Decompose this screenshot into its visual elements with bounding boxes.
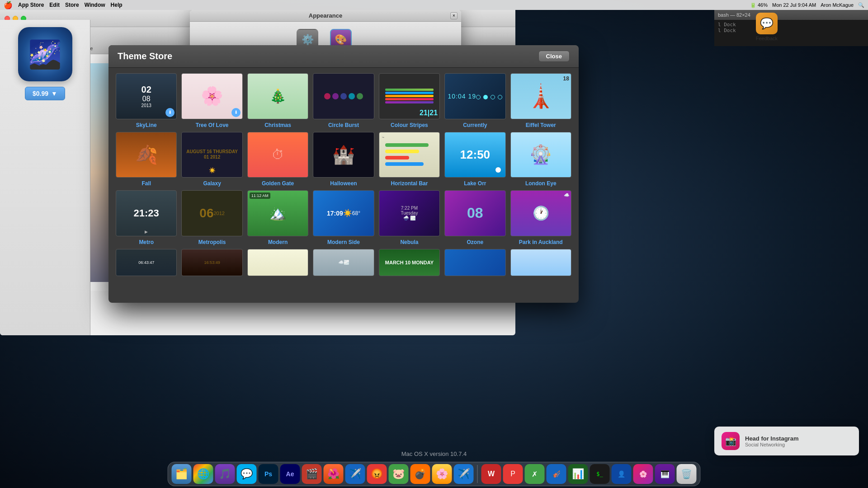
theme-item-colour-stripes[interactable]: 21|21 Colour Stripes <box>379 73 440 128</box>
dock-item-angry-birds[interactable]: 😡 <box>367 464 387 484</box>
theme-thumbnail-london-eye: 🎡 <box>510 132 571 178</box>
dock-item-itunes2[interactable]: 🎹 <box>655 464 675 484</box>
download-badge-skyline: ⬇ <box>165 108 175 117</box>
theme-item-eiffel-tower[interactable]: 🗼 18 Eiffel Tower <box>510 73 571 128</box>
theme-thumbnail-row4-4: ☁️🌫️ <box>313 249 374 276</box>
theme-item-row4-4[interactable]: ☁️🌫️ <box>313 249 374 279</box>
menubar-search-icon[interactable]: 🔍 <box>858 2 864 8</box>
theme-item-nebula[interactable]: 7:22 PM Tuesday 🌧️ 🌫️ Nebula <box>379 190 440 245</box>
dock-item-app5[interactable]: ✈️ <box>454 464 474 484</box>
dock-item-numbers[interactable]: 📊 <box>568 464 588 484</box>
theme-item-row4-3[interactable] <box>247 249 308 279</box>
theme-item-row4-2[interactable]: 16:53:49 <box>181 249 242 279</box>
dock-item-photoshop[interactable]: Ps <box>259 464 278 484</box>
dock-item-itunes[interactable]: 🎵 <box>215 464 235 484</box>
menu-edit[interactable]: Edit <box>49 2 60 8</box>
notification-icon: 📸 <box>722 432 740 450</box>
menu-store[interactable]: Store <box>65 2 79 8</box>
price-label: $0.99 <box>33 90 48 97</box>
modal-title: Theme Store <box>118 51 172 61</box>
dock-item-angry-birds2[interactable]: 🐷 <box>389 464 409 484</box>
feedback-label: Feedback <box>756 36 778 41</box>
os-version-bar: Mac OS X version 10.7.4 <box>401 450 467 457</box>
menu-window[interactable]: Window <box>85 2 105 8</box>
modal-close-button[interactable]: Close <box>538 51 570 62</box>
dock-item-recorder[interactable]: 🎬 <box>302 464 322 484</box>
theme-item-london-eye[interactable]: 🎡 London Eye <box>510 132 571 187</box>
theme-item-currently[interactable]: 10:04 19 Currently <box>444 73 505 128</box>
dock-icon-recorder: 🎬 <box>302 464 322 484</box>
theme-item-golden-gate[interactable]: ⏱ Golden Gate <box>247 132 308 187</box>
theme-item-row4-6[interactable] <box>444 249 505 279</box>
theme-thumbnail-halloween: 🏰 <box>313 132 374 178</box>
dock-item-app8[interactable]: 🎻 <box>547 464 566 484</box>
appearance-close-button[interactable]: × <box>450 12 458 19</box>
theme-item-modern-side[interactable]: 17:09 ☀️ 68° Modern Side <box>313 190 374 245</box>
feedback-icon: 💬 <box>756 13 778 34</box>
theme-thumbnail-tree-of-love: 🌸 ⬇ <box>181 73 242 119</box>
dock-item-app10[interactable]: 🌸 <box>633 464 653 484</box>
menu-bar: 🍎 App Store Edit Store Window Help 🔋 46%… <box>0 0 868 10</box>
theme-name-halloween: Halloween <box>330 180 357 187</box>
apple-menu[interactable]: 🍎 <box>4 1 13 9</box>
notification-popup: 📸 Head for Instagram Social Networking <box>714 427 859 455</box>
dock-item-app2[interactable]: ✈️ <box>345 464 365 484</box>
theme-item-row4-7[interactable] <box>510 249 571 279</box>
theme-name-horizontal-bar: Horizontal Bar <box>391 180 428 187</box>
theme-item-park-in-auckland[interactable]: 🕐 ☁️ Park in Auckland <box>510 190 571 245</box>
menubar-user: Aron McKague <box>821 2 854 8</box>
theme-item-skyline[interactable]: 02 08 2013 ⬇ SkyLine <box>116 73 177 128</box>
theme-item-halloween[interactable]: 🏰 Halloween <box>313 132 374 187</box>
dock-item-app1[interactable]: 🌺 <box>324 464 344 484</box>
theme-item-ozone[interactable]: 08 Ozone <box>444 190 505 245</box>
dock-icon-app9: 👤 <box>612 464 632 484</box>
modal-content[interactable]: 02 08 2013 ⬇ SkyLine 🌸 ⬇ Tree Of Love <box>108 68 579 303</box>
theme-item-row4-5[interactable]: MARCH 10 MONDAY <box>379 249 440 279</box>
theme-item-galaxy[interactable]: AUGUST 16 THURSDAY 01 2012 ☀️ Galaxy <box>181 132 242 187</box>
dock-item-ae[interactable]: Ae <box>280 464 300 484</box>
dock-item-chrome[interactable]: 🌐 <box>193 464 213 484</box>
price-button[interactable]: $0.99 ▼ <box>25 87 65 100</box>
dock-item-app3[interactable]: 💣 <box>410 464 430 484</box>
appearance-window-title: Appearance <box>309 12 342 19</box>
dock-item-finder[interactable]: 🗂️ <box>172 464 192 484</box>
theme-item-tree-of-love[interactable]: 🌸 ⬇ Tree Of Love <box>181 73 242 128</box>
dock-icon-angry-birds2: 🐷 <box>389 464 409 484</box>
dock-item-word[interactable]: W <box>481 464 501 484</box>
dock-item-skype[interactable]: 💬 <box>237 464 257 484</box>
dock: 🗂️ 🌐 🎵 💬 Ps Ae 🎬 🌺 ✈️ 😡 🐷 💣 🌸 ✈️ W P <box>168 462 701 486</box>
theme-item-metropolis[interactable]: 06 2012 Metropolis <box>181 190 242 245</box>
menu-help[interactable]: Help <box>111 2 123 8</box>
theme-item-fall[interactable]: 🍂 Fall <box>116 132 177 187</box>
theme-thumbnail-nebula: 7:22 PM Tuesday 🌧️ 🌫️ <box>379 190 440 236</box>
dock-icon-ae: Ae <box>280 464 300 484</box>
menu-app-store[interactable]: App Store <box>18 2 44 8</box>
app-icon-large: 🌌 <box>18 27 72 81</box>
theme-thumbnail-row4-5: MARCH 10 MONDAY <box>379 249 440 276</box>
dock-item-app7[interactable]: ✗ <box>525 464 545 484</box>
theme-item-circle-burst[interactable]: Circle Burst <box>313 73 374 128</box>
download-badge-tree: ⬇ <box>231 108 241 117</box>
theme-item-row4-1[interactable]: 06:43:47 <box>116 249 177 279</box>
dock-item-app9[interactable]: 👤 <box>612 464 632 484</box>
theme-item-lake-orr[interactable]: 12:50 Lake Orr <box>444 132 505 187</box>
theme-thumbnail-skyline: 02 08 2013 ⬇ <box>116 73 177 119</box>
feedback-area[interactable]: 💬 Feedback <box>756 13 778 41</box>
dock-item-trash[interactable]: 🗑️ <box>677 464 697 484</box>
theme-thumbnail-modern: 🏔️ 11:12 AM <box>247 190 308 236</box>
theme-row-4: 06:43:47 16:53:49 ☁️🌫️ <box>116 249 571 279</box>
theme-item-modern[interactable]: 🏔️ 11:12 AM Modern <box>247 190 308 245</box>
dock-item-terminal[interactable]: $_ <box>590 464 610 484</box>
theme-thumbnail-row4-2: 16:53:49 <box>181 249 242 276</box>
dock-item-app4[interactable]: 🌸 <box>432 464 452 484</box>
dock-icon-app5: ✈️ <box>454 464 474 484</box>
theme-name-colour-stripes: Colour Stripes <box>391 122 428 128</box>
theme-item-christmas[interactable]: 🎄 Christmas <box>247 73 308 128</box>
theme-name-currently: Currently <box>463 122 487 128</box>
theme-item-metro[interactable]: 21:23 ▶ Metro <box>116 190 177 245</box>
theme-row-3: 21:23 ▶ Metro 06 2012 Metropolis 🏔️ 11:1… <box>116 190 571 245</box>
dock-icon-trash: 🗑️ <box>677 464 697 484</box>
theme-item-horizontal-bar[interactable]: ~ Horizontal Bar <box>379 132 440 187</box>
dock-icon-app4: 🌸 <box>432 464 452 484</box>
dock-item-app6[interactable]: P <box>503 464 523 484</box>
